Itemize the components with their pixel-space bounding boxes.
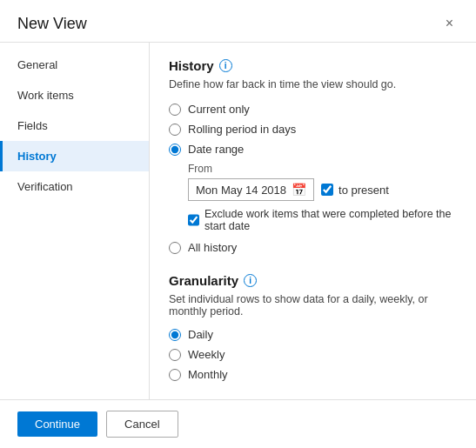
history-info-icon[interactable]: i [219, 59, 232, 72]
sidebar-item-verification[interactable]: Verification [0, 171, 149, 202]
option-monthly[interactable]: Monthly [169, 368, 457, 381]
history-options: Current only Rolling period in days Date… [169, 103, 457, 156]
exclude-row[interactable]: Exclude work items that were completed b… [188, 208, 457, 232]
option-current-only[interactable]: Current only [169, 103, 457, 116]
dialog-body: General Work items Fields History Verifi… [0, 43, 476, 399]
main-content: History i Define how far back in time th… [150, 43, 476, 399]
date-value: Mon May 14 2018 [196, 184, 286, 197]
dialog-title: New View [17, 15, 87, 33]
granularity-desc: Set individual rows to show data for a d… [169, 293, 457, 318]
option-weekly[interactable]: Weekly [169, 348, 457, 361]
dialog: New View × General Work items Fields His… [0, 0, 476, 448]
option-all-history[interactable]: All history [169, 241, 457, 254]
sidebar-item-general[interactable]: General [0, 50, 149, 80]
calendar-icon[interactable]: 📅 [292, 183, 306, 197]
date-input-box[interactable]: Mon May 14 2018 📅 [188, 178, 314, 201]
to-present-checkbox[interactable] [321, 184, 333, 196]
close-button[interactable]: × [440, 14, 459, 33]
dialog-footer: Continue Cancel [0, 399, 476, 448]
from-label: From [188, 163, 457, 175]
sidebar-item-fields[interactable]: Fields [0, 110, 149, 141]
granularity-options: Daily Weekly Monthly [169, 328, 457, 381]
section-desc: Define how far back in time the view sho… [169, 78, 457, 90]
cancel-button[interactable]: Cancel [106, 411, 178, 438]
sidebar-item-history[interactable]: History [0, 141, 149, 171]
section-title: History i [169, 58, 457, 73]
granularity-title: Granularity i [169, 273, 457, 288]
sidebar: General Work items Fields History Verifi… [0, 43, 150, 399]
exclude-checkbox[interactable] [188, 214, 199, 226]
granularity-section: Granularity i Set individual rows to sho… [169, 273, 457, 381]
dialog-header: New View × [0, 0, 476, 43]
option-date-range[interactable]: Date range [169, 143, 457, 156]
date-row: Mon May 14 2018 📅 to present [188, 178, 457, 201]
continue-button[interactable]: Continue [17, 411, 97, 437]
to-present-check[interactable]: to present [321, 184, 389, 197]
date-range-content: From Mon May 14 2018 📅 to present Exclud… [188, 163, 457, 232]
option-daily[interactable]: Daily [169, 328, 457, 341]
sidebar-item-work-items[interactable]: Work items [0, 80, 149, 110]
option-rolling-period[interactable]: Rolling period in days [169, 123, 457, 136]
granularity-info-icon[interactable]: i [244, 274, 257, 287]
